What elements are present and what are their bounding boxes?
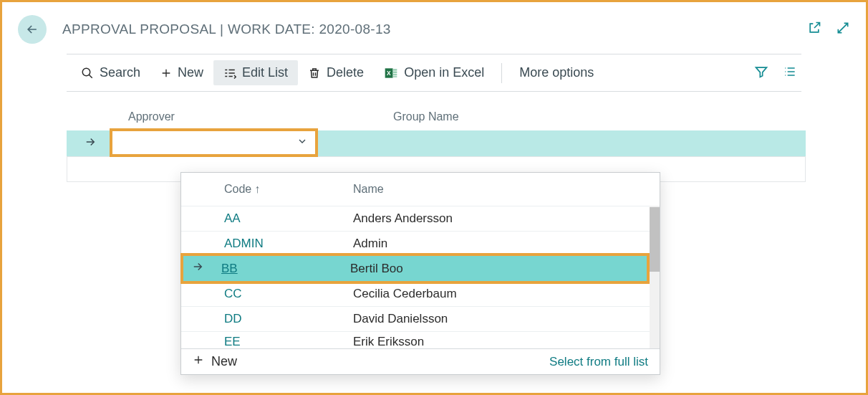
popup-row[interactable]: ADMIN Admin xyxy=(181,231,660,256)
row-indicator-icon xyxy=(191,260,204,277)
back-button[interactable] xyxy=(18,15,47,44)
svg-point-0 xyxy=(82,68,90,76)
popup-col-code[interactable]: Code ↑ xyxy=(224,183,353,196)
delete-button[interactable]: Delete xyxy=(298,60,374,85)
open-excel-label: Open in Excel xyxy=(404,65,484,80)
approver-dropdown[interactable] xyxy=(110,128,318,157)
trash-icon xyxy=(308,67,321,80)
sort-asc-icon: ↑ xyxy=(254,183,260,196)
popup-code[interactable]: BB xyxy=(221,262,350,276)
filter-button[interactable] xyxy=(754,65,768,82)
popout-button[interactable] xyxy=(807,21,821,38)
popup-scrollbar[interactable] xyxy=(650,206,660,348)
new-label: New xyxy=(178,65,203,80)
list-view-button[interactable] xyxy=(783,65,797,82)
popup-row[interactable]: CC Cecilia Cederbaum xyxy=(181,281,660,306)
more-options-button[interactable]: More options xyxy=(509,60,604,85)
grid-selected-row[interactable] xyxy=(67,130,806,156)
select-full-list-link[interactable]: Select from full list xyxy=(549,355,648,369)
popup-name: David Danielsson xyxy=(353,312,660,326)
popout-icon xyxy=(807,21,821,35)
search-button[interactable]: Search xyxy=(71,60,150,85)
popup-row[interactable]: AA Anders Andersson xyxy=(181,206,660,231)
expand-button[interactable] xyxy=(836,21,850,38)
toolbar: Search New Edit List Delete X Open in Ex… xyxy=(67,54,801,92)
popup-row[interactable]: EE Erik Eriksson xyxy=(181,331,660,348)
page-header: APPROVAL PROPOSAL | WORK DATE: 2020-08-1… xyxy=(2,2,866,54)
lookup-popup: Code ↑ Name AA Anders Andersson ADMIN Ad… xyxy=(180,172,660,375)
excel-icon: X xyxy=(384,66,398,80)
edit-list-icon xyxy=(223,67,236,80)
column-headers: Approver Group Name xyxy=(67,110,801,123)
popup-code[interactable]: AA xyxy=(224,211,353,226)
svg-rect-3 xyxy=(393,69,397,71)
popup-col-name[interactable]: Name xyxy=(353,183,645,196)
popup-new-button[interactable]: New xyxy=(193,354,237,369)
chevron-down-icon xyxy=(296,135,308,150)
popup-code[interactable]: ADMIN xyxy=(224,237,353,251)
search-label: Search xyxy=(100,65,140,80)
page-title: APPROVAL PROPOSAL | WORK DATE: 2020-08-1… xyxy=(62,22,391,37)
list-icon xyxy=(783,65,797,79)
popup-row[interactable]: DD David Danielsson xyxy=(181,306,660,331)
new-button[interactable]: New xyxy=(150,60,213,85)
popup-body: AA Anders Andersson ADMIN Admin BB Berti… xyxy=(181,206,660,348)
edit-list-button[interactable]: Edit List xyxy=(213,60,298,85)
popup-new-label: New xyxy=(211,354,237,369)
popup-name: Anders Andersson xyxy=(353,211,660,226)
popup-name: Cecilia Cederbaum xyxy=(353,287,660,301)
svg-rect-6 xyxy=(393,76,397,77)
svg-rect-5 xyxy=(393,73,397,75)
popup-footer: New Select from full list xyxy=(181,348,660,374)
filter-icon xyxy=(754,65,768,79)
search-icon xyxy=(81,67,94,80)
plus-icon xyxy=(193,354,204,369)
popup-name: Admin xyxy=(353,237,660,251)
popup-code[interactable]: DD xyxy=(224,312,353,326)
popup-col-code-label: Code xyxy=(224,183,251,196)
svg-rect-4 xyxy=(393,71,397,73)
expand-icon xyxy=(836,21,850,35)
edit-list-label: Edit List xyxy=(242,65,288,80)
more-options-label: More options xyxy=(519,65,594,80)
toolbar-divider xyxy=(501,63,502,83)
row-indicator-icon xyxy=(84,135,97,151)
plus-icon xyxy=(160,67,172,79)
scrollbar-thumb[interactable] xyxy=(650,207,660,272)
svg-text:X: X xyxy=(387,70,391,77)
popup-row-selected[interactable]: BB Bertil Boo xyxy=(180,253,650,284)
popup-header: Code ↑ Name xyxy=(181,173,660,206)
arrow-left-icon xyxy=(25,22,39,37)
popup-code[interactable]: CC xyxy=(224,287,353,301)
popup-name: Bertil Boo xyxy=(350,262,647,276)
column-approver[interactable]: Approver xyxy=(128,110,393,123)
delete-label: Delete xyxy=(327,65,364,80)
open-excel-button[interactable]: X Open in Excel xyxy=(374,60,494,85)
popup-code[interactable]: EE xyxy=(224,335,353,348)
popup-name: Erik Eriksson xyxy=(353,335,660,348)
column-group-name[interactable]: Group Name xyxy=(393,110,801,123)
